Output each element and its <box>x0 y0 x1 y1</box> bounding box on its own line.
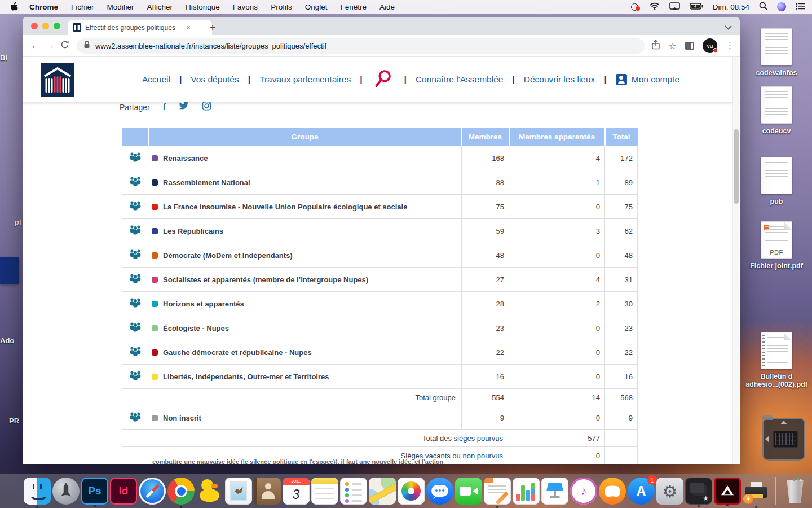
dock-photos-icon[interactable] <box>398 478 425 505</box>
group-name-cell[interactable]: Horizons et apparentés <box>148 292 462 316</box>
twitter-icon[interactable] <box>179 102 189 112</box>
group-name-cell[interactable]: Les Républicains <box>148 219 462 243</box>
instagram-icon[interactable] <box>202 101 211 113</box>
dock-maps-icon[interactable] <box>369 478 396 505</box>
tab-search-chevron-icon[interactable] <box>725 22 732 32</box>
chrome-menu-icon[interactable]: ⋮ <box>726 41 734 51</box>
desktop-file-pub[interactable]: pub <box>741 157 812 205</box>
desktop-file-codeucv[interactable]: codeucv <box>741 86 812 135</box>
dock-finder-icon[interactable] <box>24 478 51 505</box>
dock-facetime-icon[interactable] <box>455 478 482 505</box>
dock-pages-icon[interactable] <box>484 478 511 505</box>
dock-indesign-icon[interactable]: Id <box>110 478 137 505</box>
assemblee-nationale-logo[interactable] <box>41 63 74 97</box>
address-bar[interactable]: www2.assemblee-nationale.fr/instances/li… <box>77 38 645 54</box>
browser-tab[interactable]: Effectif des groupes politiques × <box>68 20 212 35</box>
airplay-display-icon[interactable] <box>669 2 680 12</box>
side-panel-icon[interactable] <box>685 42 694 50</box>
minimize-window-button[interactable] <box>42 23 49 29</box>
menu-fichier[interactable]: Fichier <box>71 3 94 11</box>
group-name-cell[interactable]: Socialistes et apparentés (membre de l’i… <box>148 268 462 292</box>
left-arrow-icon[interactable] <box>765 436 769 443</box>
dock-messages-icon[interactable] <box>426 478 453 505</box>
dock-safari-icon[interactable] <box>139 478 166 505</box>
tab-close-icon[interactable]: × <box>186 24 191 31</box>
menu-fenêtre[interactable]: Fenêtre <box>340 3 367 11</box>
screen-record-icon[interactable] <box>631 3 640 11</box>
menu-chrome[interactable]: Chrome <box>29 3 58 11</box>
nav-vos-deputes[interactable]: Vos députés <box>191 75 239 85</box>
group-name-cell[interactable]: Écologiste - Nupes <box>148 316 462 340</box>
group-name-cell[interactable]: Non inscrit <box>148 406 462 430</box>
desktop-item-label-clipped[interactable]: Ado <box>0 336 14 345</box>
scrollbar-thumb[interactable] <box>734 129 739 204</box>
notification-center-icon[interactable] <box>796 3 805 11</box>
close-window-button[interactable] <box>31 23 38 29</box>
desktop-item-label-clipped[interactable]: PR <box>9 417 19 425</box>
group-name-cell[interactable]: La France insoumise - Nouvelle Union Pop… <box>148 195 462 219</box>
back-button[interactable]: ← <box>28 40 43 51</box>
dock-itunes-icon[interactable]: ♪ <box>570 478 597 505</box>
facebook-icon[interactable]: f <box>163 102 166 113</box>
desktop-item-label-clipped[interactable]: Bl <box>0 54 7 62</box>
wifi-icon[interactable] <box>650 2 660 12</box>
keyboard-viewer-widget[interactable] <box>762 418 805 461</box>
dock-acrobat-icon[interactable] <box>714 478 741 505</box>
group-name-cell[interactable]: Démocrate (MoDem et Indépendants) <box>148 243 462 268</box>
group-name-cell[interactable]: Rassemblement National <box>148 170 462 195</box>
dock-chrome-icon[interactable] <box>167 478 195 505</box>
dock-printer-icon[interactable] <box>743 478 770 505</box>
cell-value: 9 <box>462 406 509 430</box>
dock-contacts-icon[interactable] <box>254 478 281 505</box>
menu-onglet[interactable]: Onglet <box>305 3 328 11</box>
menubar-clock[interactable]: Dim. 08:54 <box>713 3 749 11</box>
group-name-cell[interactable]: Libertés, Indépendants, Outre-mer et Ter… <box>148 365 462 389</box>
dock-trash-icon[interactable] <box>782 478 809 505</box>
reload-button[interactable] <box>58 40 72 52</box>
nav-connaitre-assemblee[interactable]: Connaître l'Assemblée <box>416 75 503 85</box>
desktop-file-codevainfos[interactable]: codevainfos <box>741 28 812 77</box>
battery-icon[interactable] <box>690 3 703 11</box>
site-search-icon[interactable] <box>374 69 393 90</box>
dock-notes-icon[interactable] <box>311 478 338 505</box>
group-name-cell[interactable]: Renaissance <box>148 146 462 170</box>
zoom-window-button[interactable] <box>54 23 60 29</box>
menu-modifier[interactable]: Modifier <box>107 3 134 11</box>
menu-profils[interactable]: Profils <box>271 3 292 11</box>
menu-historique[interactable]: Historique <box>186 3 220 11</box>
group-name-cell[interactable]: Gauche démocrate et républicaine - Nupes <box>148 340 462 365</box>
spotlight-search-icon[interactable] <box>759 2 767 12</box>
new-tab-button[interactable]: + <box>210 22 215 33</box>
up-arrow-icon[interactable] <box>780 421 787 424</box>
nav-mon-compte[interactable]: Mon compte <box>616 74 679 85</box>
dock-photoshop-icon[interactable]: Ps <box>81 478 108 505</box>
desktop-folder-icon-clipped[interactable] <box>0 257 19 284</box>
bookmark-star-icon[interactable]: ☆ <box>669 41 677 51</box>
nav-travaux-parlementaires[interactable]: Travaux parlementaires <box>259 75 351 85</box>
nav-decouvrir-les-lieux[interactable]: Découvrir les lieux <box>524 75 595 85</box>
dock-appstore-icon[interactable]: A1 <box>628 478 655 505</box>
dock-ibooks-icon[interactable] <box>599 478 626 505</box>
dock-numbers-icon[interactable] <box>513 478 540 505</box>
forward-button[interactable]: → <box>43 40 58 51</box>
dock-darkapp-icon[interactable]: ★ <box>685 478 712 505</box>
desktop-item-label-clipped[interactable]: pl <box>15 218 21 226</box>
desktop-file-fichier-joint[interactable]: PDF Fichier joint.pdf <box>741 221 812 270</box>
dock-sysprefs-icon[interactable]: ⚙ <box>656 478 683 505</box>
dock-reminders-icon[interactable] <box>340 478 367 505</box>
dock-cyberduck-icon[interactable] <box>196 478 223 505</box>
nav-accueil[interactable]: Accueil <box>142 75 170 85</box>
page-scrollbar[interactable] <box>732 57 739 464</box>
share-icon[interactable] <box>651 40 660 52</box>
profile-avatar[interactable]: va <box>703 38 717 53</box>
apple-menu-icon[interactable] <box>10 2 18 11</box>
dock-mail-icon[interactable] <box>225 478 252 505</box>
desktop-file-bulletin[interactable]: Bulletin d adhesio...(002).pdf <box>741 332 812 389</box>
menu-aide[interactable]: Aide <box>379 3 395 11</box>
dock-keynote-icon[interactable] <box>541 478 568 505</box>
menu-afficher[interactable]: Afficher <box>147 3 173 11</box>
dock-calendar-icon[interactable]: JUIL.3 <box>283 478 310 505</box>
menu-favoris[interactable]: Favoris <box>233 3 258 11</box>
dock-launchpad-icon[interactable] <box>52 478 80 505</box>
siri-icon[interactable] <box>777 2 786 11</box>
